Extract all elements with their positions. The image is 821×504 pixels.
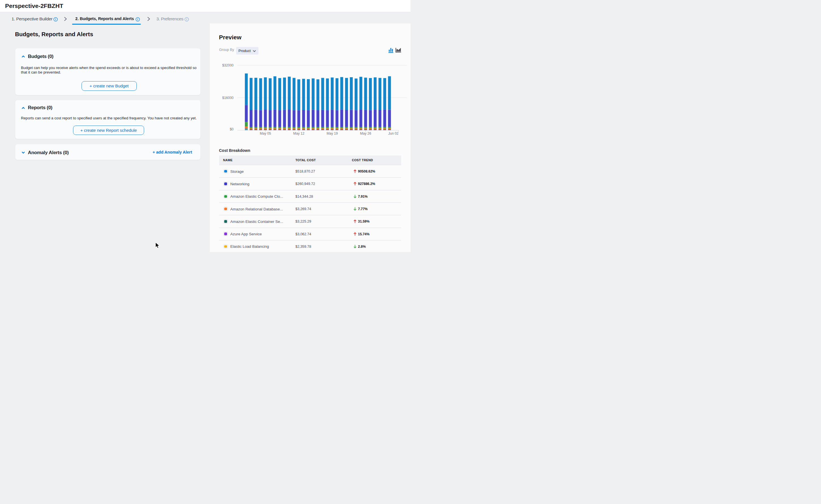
svg-text:$0: $0: [230, 127, 234, 131]
svg-text:May 05: May 05: [260, 132, 271, 135]
svg-text:$32000: $32000: [222, 63, 234, 67]
svg-text:$16000: $16000: [222, 96, 234, 100]
svg-text:Jun 02: Jun 02: [388, 132, 398, 135]
svg-text:May 12: May 12: [293, 132, 305, 135]
svg-text:May 26: May 26: [360, 132, 371, 135]
svg-text:May 19: May 19: [327, 132, 338, 135]
